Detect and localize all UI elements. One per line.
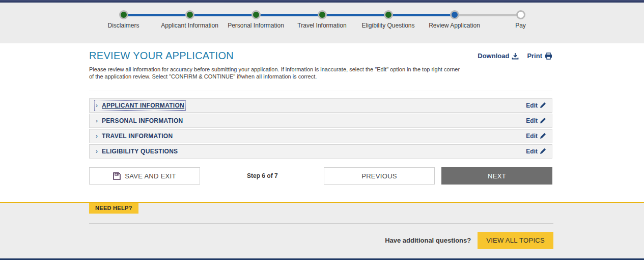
view-all-topics-button[interactable]: VIEW ALL TOPICS bbox=[478, 232, 553, 249]
step-dot-completed bbox=[385, 12, 391, 18]
edit-eligibility-questions-link[interactable]: Edit bbox=[526, 148, 546, 155]
pencil-icon bbox=[540, 148, 546, 154]
step-label: Travel Information bbox=[297, 22, 346, 29]
download-link[interactable]: Download bbox=[478, 52, 519, 60]
step-label: Pay bbox=[515, 22, 526, 29]
accordion-label: TRAVEL INFORMATION bbox=[102, 133, 173, 140]
step-label: Review Application bbox=[429, 22, 480, 29]
step-label: Personal Information bbox=[228, 22, 284, 29]
pencil-icon bbox=[540, 118, 546, 124]
stepper-track-completed bbox=[124, 14, 455, 16]
next-button[interactable]: NEXT bbox=[441, 167, 552, 185]
step-label: Eligibility Questions bbox=[361, 22, 414, 29]
accordion-applicant-information[interactable]: › APPLICANT INFORMATION Edit bbox=[89, 98, 552, 113]
step-dot-upcoming bbox=[518, 12, 524, 18]
additional-questions-text: Have additional questions? bbox=[385, 237, 471, 244]
step-dot-completed bbox=[187, 12, 193, 18]
accordion-personal-information[interactable]: › PERSONAL INFORMATION Edit bbox=[89, 114, 552, 128]
step-dot-completed bbox=[121, 12, 127, 18]
previous-button[interactable]: PREVIOUS bbox=[324, 167, 435, 185]
pencil-icon bbox=[540, 102, 546, 109]
save-and-exit-button[interactable]: SAVE AND EXIT bbox=[89, 167, 200, 185]
edit-personal-information-link[interactable]: Edit bbox=[526, 117, 546, 124]
main-panel: REVIEW YOUR APPLICATION Download Print P… bbox=[0, 43, 644, 202]
chevron-right-icon: › bbox=[96, 133, 98, 139]
footer-divider bbox=[89, 223, 553, 224]
save-icon bbox=[113, 172, 121, 180]
step-label: Disclaimers bbox=[107, 22, 139, 29]
intro-text: Please review all information for accura… bbox=[89, 66, 461, 80]
edit-applicant-information-link[interactable]: Edit bbox=[526, 102, 546, 109]
help-footer: NEED HELP? Have additional questions? VI… bbox=[0, 202, 644, 258]
download-icon bbox=[512, 53, 519, 60]
accordion-label: PERSONAL INFORMATION bbox=[102, 117, 183, 124]
progress-stepper: Disclaimers Applicant Information Person… bbox=[124, 3, 521, 43]
step-indicator: Step 6 of 7 bbox=[247, 172, 278, 179]
step-dot-completed bbox=[319, 12, 325, 18]
need-help-tab[interactable]: NEED HELP? bbox=[89, 203, 138, 214]
step-label: Applicant Information bbox=[161, 22, 218, 29]
accordion-label: APPLICANT INFORMATION bbox=[102, 102, 184, 109]
chevron-right-icon: › bbox=[96, 148, 98, 154]
step-dot-current bbox=[452, 12, 458, 18]
progress-band: Disclaimers Applicant Information Person… bbox=[0, 3, 644, 43]
edit-travel-information-link[interactable]: Edit bbox=[526, 133, 546, 140]
accordion-travel-information[interactable]: › TRAVEL INFORMATION Edit bbox=[89, 129, 552, 143]
section-divider bbox=[89, 91, 552, 91]
review-accordion: › APPLICANT INFORMATION Edit › PERSONAL … bbox=[89, 98, 552, 159]
printer-icon bbox=[545, 53, 552, 60]
page-title: REVIEW YOUR APPLICATION bbox=[89, 50, 234, 62]
accordion-eligibility-questions[interactable]: › ELIGIBILITY QUESTIONS Edit bbox=[89, 144, 552, 159]
print-link[interactable]: Print bbox=[527, 52, 552, 60]
chevron-right-icon: › bbox=[96, 102, 98, 109]
pencil-icon bbox=[540, 133, 546, 139]
accordion-label: ELIGIBILITY QUESTIONS bbox=[102, 148, 178, 155]
bottom-accent-bar bbox=[0, 258, 644, 260]
chevron-right-icon: › bbox=[96, 118, 98, 124]
step-dot-completed bbox=[253, 12, 259, 18]
